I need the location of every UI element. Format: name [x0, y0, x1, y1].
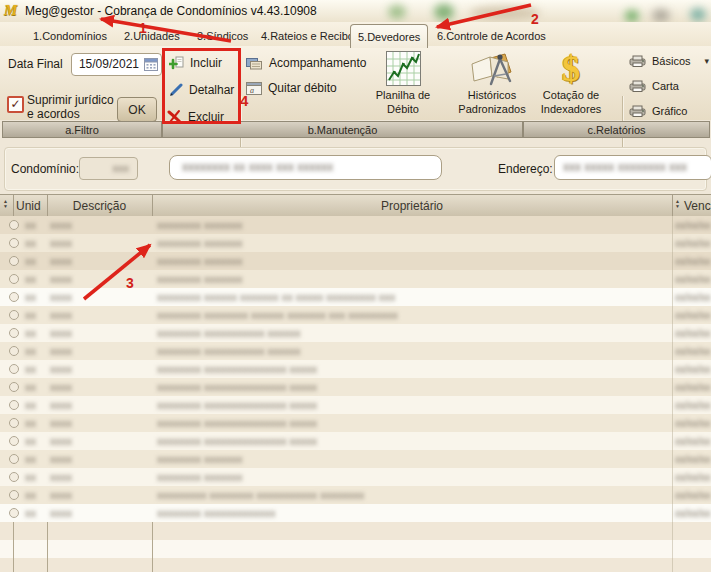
basicos-button[interactable]: Básicos ▾: [629, 55, 709, 67]
acompanhamento-button[interactable]: Acompanhamento: [246, 56, 366, 70]
redacted-text: xx/xx/xx: [675, 472, 711, 483]
redacted-text: xxxx: [50, 219, 72, 231]
table-row[interactable]: xxxxxxxxxxxxxx xxxxxx xxxxxxx xx xxxxx x…: [0, 288, 711, 306]
redacted-text: xxxx: [50, 381, 72, 393]
app-logo-icon[interactable]: M: [4, 2, 21, 19]
redacted-text: xxxx: [50, 489, 72, 501]
tab-condominios[interactable]: 1.Condomínios: [26, 25, 114, 46]
row-select-icon: [9, 364, 19, 374]
table-row[interactable]: xxxxxxxxxxxxxx xxxxxxxxxxxxxxx/xx/xx: [0, 504, 711, 522]
empty-row: [0, 558, 711, 572]
sort-icon[interactable]: ▲▼: [3, 199, 8, 209]
grafico-label: Gráfico: [652, 105, 687, 117]
redacted-text: xxxx: [50, 327, 72, 339]
sort-icon[interactable]: ▲▼: [675, 199, 680, 209]
tab-sindicos[interactable]: 3.Síndicos: [190, 25, 255, 46]
annotation-number-3: 3: [126, 275, 134, 291]
check-icon: ✓: [10, 97, 20, 111]
redacted-text: xx: [25, 273, 36, 285]
col-descricao[interactable]: Descrição: [47, 199, 152, 213]
table-row[interactable]: xxxxxxxxxxxxxx xxxxxxxxx/xx/xx: [0, 270, 711, 288]
tab-devedores[interactable]: 5.Devedores: [350, 24, 428, 48]
column-divider: [152, 522, 153, 572]
suprimir-checkbox[interactable]: ✓: [7, 96, 24, 113]
historicos-button[interactable]: Históricos Padronizados: [448, 50, 536, 116]
condominio-label: Condomínio:: [11, 162, 79, 176]
book-compass-icon: [467, 50, 517, 88]
redacted-text: xxxx: [50, 255, 72, 267]
table-body: xxxxxxxxxxxxxx xxxxxxxxx/xx/xxxxxxxxxxxx…: [0, 216, 711, 572]
row-select-icon: [9, 400, 19, 410]
redacted-text: xxxxxxxx xxxxxxxx xxxxxx xxxxxxx xxx xxx…: [157, 309, 398, 321]
redacted-text: xxxxxxxx xxxxxxx: [157, 273, 243, 285]
redacted-text: xx/xx/xx: [675, 364, 711, 375]
table-row[interactable]: xxxxxxxxxxxxxx xxxxxxxxxxx xxxxxxxx/xx/x…: [0, 342, 711, 360]
row-select-icon: [9, 292, 19, 302]
table-row[interactable]: xxxxxxxxxxxxxxx xxxxxxxx xxxxxxxxxxx xxx…: [0, 486, 711, 504]
annotation-number-4: 4: [240, 92, 248, 109]
redacted-text: xxxxxxxx xxxxxxx: [157, 237, 243, 249]
suprimir-label-line2: e acordos: [27, 107, 80, 121]
redacted-text: xx/xx/xx: [675, 454, 711, 465]
quitar-debito-button[interactable]: a Quitar débito: [246, 81, 337, 95]
condominio-code-input[interactable]: xxx: [79, 157, 138, 180]
redacted-text: xxxx: [50, 417, 72, 429]
cotacao-label-line2: Indexadores: [541, 102, 602, 116]
redacted-text: xxxx: [50, 273, 72, 285]
redacted-text: xxxx: [50, 291, 72, 303]
redacted-text: xxxx: [50, 237, 72, 249]
redacted-text: xx/xx/xx: [675, 400, 711, 411]
table-row[interactable]: xxxxxxxxxxxxxx xxxxxxxxx/xx/xx: [0, 252, 711, 270]
data-final-label: Data Final: [8, 57, 63, 71]
condominio-name-input[interactable]: xxxxxxxx xx xxxx xxx xxxxxx: [169, 155, 442, 180]
grafico-button[interactable]: Gráfico: [629, 105, 687, 117]
redacted-text: xxxxxxxx xxxxxxxxxxx xxxxxx: [157, 345, 301, 357]
redacted-text: xxxxxxxx xxxxxxx: [157, 471, 243, 483]
redacted-text: xx/xx/xx: [675, 256, 711, 267]
carta-label: Carta: [652, 80, 679, 92]
redacted-text: xx: [25, 327, 36, 339]
redacted-text: xx: [25, 399, 36, 411]
redacted-text: xx: [25, 363, 36, 375]
endereco-input[interactable]: xxx xxxxx xxxxxxxx xxx: [554, 155, 711, 180]
toolbar: Data Final 15/09/2021 ✓ Suprimir jurídic…: [0, 46, 711, 120]
condominio-panel: Condomínio: xxx xxxxxxxx xx xxxx xxx xxx…: [4, 147, 707, 191]
redacted-text: xx: [25, 345, 36, 357]
table-row[interactable]: xxxxxxxxxxxxxx xxxxxxxxxxxxxxx xxxxxxx/x…: [0, 360, 711, 378]
data-final-input[interactable]: 15/09/2021: [71, 53, 162, 76]
printer-icon: [629, 80, 646, 92]
suprimir-label-line1: Suprimir jurídico: [27, 93, 114, 107]
redacted-text: xxx: [113, 162, 130, 174]
redacted-text: xx: [25, 237, 36, 249]
section-filtro: a.Filtro: [2, 121, 162, 138]
carta-button[interactable]: Carta: [629, 80, 679, 92]
table-row[interactable]: xxxxxxxxxxxxxx xxxxxxxxx/xx/xx: [0, 468, 711, 486]
redacted-text: xxxxxxxx xxxxxx xxxxxxx xx xxxxx xxxxxxx…: [157, 291, 395, 303]
table-row[interactable]: xxxxxxxxxxxxxx xxxxxxxxx/xx/xx: [0, 234, 711, 252]
blurred-artifact: [388, 5, 406, 19]
planilha-debito-button[interactable]: Planilha de Débito: [366, 50, 440, 116]
planilha-label-line1: Planilha de: [376, 88, 430, 102]
table-row[interactable]: xxxxxxxxxxxxxx xxxxxxxxxxxxxxx xxxxxxx/x…: [0, 378, 711, 396]
redacted-text: xx: [25, 471, 36, 483]
table-row[interactable]: xxxxxxxxxxxxxx xxxxxxxxx/xx/xx: [0, 450, 711, 468]
col-proprietario[interactable]: Proprietário: [152, 199, 672, 213]
column-divider: [672, 216, 673, 572]
table-row[interactable]: xxxxxxxxxxxxxx xxxxxxxxxxxxxxx xxxxxxx/x…: [0, 414, 711, 432]
cotacao-button[interactable]: $ Cotação de Indexadores: [531, 50, 611, 116]
table-row[interactable]: xxxxxxxxxxxxxx xxxxxxxxx/xx/xx: [0, 216, 711, 234]
redacted-text: xxxxxxxx xxxxxxx: [157, 219, 243, 231]
calendar-icon[interactable]: [144, 57, 158, 71]
table-row[interactable]: xxxxxxxxxxxxxx xxxxxxxxxxx xxxxxxxx/xx/x…: [0, 324, 711, 342]
blurred-artifact: [625, 10, 639, 22]
row-select-icon: [9, 274, 19, 284]
table-row[interactable]: xxxxxxxxxxxxxx xxxxxxxxxxxxxxx xxxxxxx/x…: [0, 432, 711, 450]
table-row[interactable]: xxxxxxxxxxxxxx xxxxxxxxxxxxxxx xxxxxxx/x…: [0, 396, 711, 414]
tab-controle-acordos[interactable]: 6.Controle de Acordos: [430, 25, 553, 46]
tab-unidades[interactable]: 2.Unidades: [117, 25, 187, 46]
col-unid[interactable]: Unid: [16, 199, 41, 213]
redacted-text: xx: [25, 489, 36, 501]
table-row[interactable]: xxxxxxxxxxxxxx xxxxxxxx xxxxxx xxxxxxx x…: [0, 306, 711, 324]
col-venc[interactable]: Venc: [684, 199, 711, 213]
ok-button[interactable]: OK: [117, 97, 157, 122]
